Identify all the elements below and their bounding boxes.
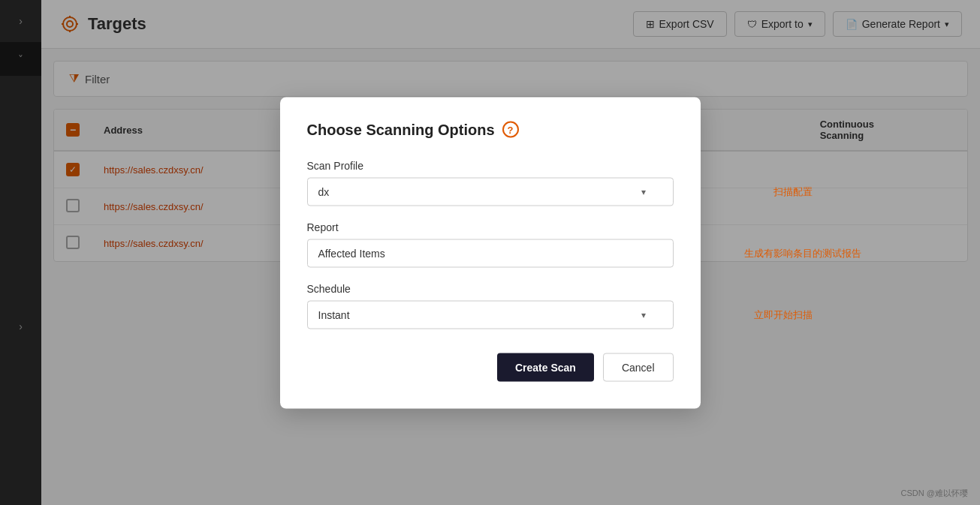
report-label: Report [307, 221, 674, 233]
scan-profile-group: Scan Profile dx ▾ 扫描配置 [307, 159, 674, 206]
report-value: Affected Items [318, 247, 385, 259]
modal-actions: Create Scan Cancel [307, 353, 674, 381]
schedule-group: Schedule Instant ▾ 立即开始扫描 [307, 282, 674, 329]
report-annotation: 生成有影响条目的测试报告 [744, 246, 861, 260]
schedule-select[interactable]: Instant ▾ [307, 300, 674, 329]
report-select[interactable]: Affected Items [307, 239, 674, 267]
help-icon[interactable]: ? [502, 122, 519, 138]
modal-title-container: Choose Scanning Options ? [307, 121, 674, 138]
schedule-chevron-icon: ▾ [641, 309, 646, 320]
report-group: Report Affected Items 生成有影响条目的测试报告 [307, 221, 674, 267]
modal-title-text: Choose Scanning Options [307, 121, 495, 138]
scan-profile-label: Scan Profile [307, 159, 674, 171]
scan-profile-chevron-icon: ▾ [641, 186, 646, 197]
scanning-options-modal: Choose Scanning Options ? Scan Profile d… [280, 97, 701, 408]
scan-profile-annotation: 扫描配置 [773, 185, 813, 198]
schedule-annotation: 立即开始扫描 [754, 308, 813, 321]
create-scan-button[interactable]: Create Scan [497, 353, 594, 381]
cancel-button[interactable]: Cancel [603, 353, 674, 381]
scan-profile-select[interactable]: dx ▾ [307, 177, 674, 206]
schedule-value: Instant [318, 308, 350, 320]
scan-profile-value: dx [318, 185, 330, 197]
schedule-label: Schedule [307, 282, 674, 294]
